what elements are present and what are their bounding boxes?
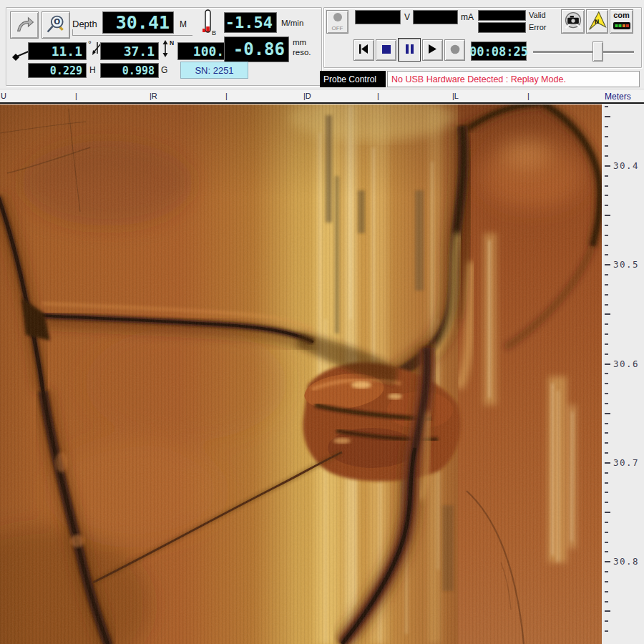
skip-to-start-button[interactable] [353, 39, 374, 61]
stop-icon [382, 45, 391, 56]
scale-tick [605, 403, 608, 404]
scale-tick [605, 165, 610, 167]
tilt-display: 11.1 [28, 42, 87, 60]
depth-display: 30.41 [102, 11, 174, 34]
orientation-label: | [377, 92, 379, 100]
play-icon [429, 44, 437, 56]
scale-tick [605, 452, 608, 454]
skip-start-icon [358, 44, 369, 56]
power-off-button[interactable]: OFF [326, 10, 348, 34]
scale-label: 30.4 [613, 160, 639, 171]
scale-tick [605, 492, 608, 493]
scale-tick [605, 195, 608, 196]
scale-tick [605, 185, 608, 187]
scale-tick [605, 571, 608, 572]
depth-scale: 30.430.530.630.730.8 [602, 104, 644, 644]
orientation-bar: Meters U||R||D||L| [0, 89, 644, 104]
north-align-button[interactable]: N [586, 9, 608, 34]
inspect-button[interactable]: O [42, 11, 70, 39]
scale-tick [605, 343, 608, 345]
scale-label: 30.8 [613, 556, 639, 567]
error-label: Error [529, 23, 546, 31]
scale-tick [605, 145, 608, 147]
scale-tick [605, 353, 608, 355]
scale-tick [605, 116, 610, 117]
scale-tick [605, 393, 608, 394]
north-needle-icon: N [587, 11, 608, 33]
scale-tick [605, 630, 608, 632]
scale-tick [605, 136, 608, 137]
scale-tick [605, 581, 608, 582]
depth-unit-label: M [180, 19, 187, 29]
svg-text:N: N [594, 19, 599, 25]
scale-tick [605, 373, 608, 374]
scale-tick [605, 462, 610, 464]
azimuth-north-label: N [170, 39, 174, 47]
scale-label: 30.5 [613, 259, 639, 270]
scale-tick [605, 472, 608, 474]
orientation-label: |R [150, 92, 157, 100]
thermometer-label: B [212, 29, 216, 36]
probe-control-label: Probe Control [320, 71, 386, 87]
orientation-label: | [75, 92, 77, 100]
scale-tick [605, 284, 608, 286]
scale-tick [605, 254, 608, 255]
h-field-display: 0.229 [28, 63, 87, 78]
scale-tick [605, 313, 610, 315]
error-count-display [478, 22, 526, 33]
scale-tick [605, 610, 610, 612]
scale-tick [605, 512, 610, 513]
scale-tick [605, 245, 608, 246]
current-unit-label: mA [461, 12, 474, 22]
replay-slider-thumb[interactable] [592, 42, 603, 62]
pause-button[interactable] [398, 38, 421, 62]
scale-tick [605, 601, 608, 602]
orientation-label: U [1, 92, 6, 100]
acquisition-panel: OFF V mA Valid Error [323, 7, 642, 68]
com-leds-icon [613, 21, 630, 31]
camera-icon [563, 11, 583, 33]
scale-label: 30.7 [613, 457, 639, 468]
scale-tick [605, 294, 608, 296]
scale-label: 30.6 [613, 358, 639, 369]
scale-tick [605, 126, 608, 127]
replay-slider-track[interactable] [533, 51, 634, 54]
scale-tick [605, 561, 610, 562]
camera-button[interactable] [561, 9, 585, 34]
stop-button[interactable] [376, 39, 396, 61]
orientation-label: |L [452, 92, 459, 100]
com-port-button[interactable]: com [610, 9, 633, 34]
current-display [413, 10, 458, 24]
speed-display: -1.54 [224, 12, 277, 33]
play-button[interactable] [422, 39, 443, 61]
com-label: com [613, 11, 630, 19]
record-button[interactable] [444, 39, 465, 61]
orientation-label: | [225, 92, 228, 100]
borehole-image [0, 104, 602, 644]
scale-tick [605, 364, 610, 365]
scale-tick [605, 155, 608, 157]
scale-tick [605, 413, 610, 414]
borehole-image-viewport[interactable] [0, 104, 602, 644]
tilt-degree-label: ° [88, 39, 92, 49]
resolution-display: -0.86 [224, 36, 289, 62]
resolution-unit-mm: mm [293, 38, 306, 47]
scale-tick [605, 542, 608, 543]
elapsed-time-display: 00:08:25 [471, 42, 527, 61]
power-off-label: OFF [332, 25, 343, 31]
export-icon [14, 15, 34, 36]
svg-text:O: O [54, 17, 60, 26]
scale-tick [605, 442, 608, 444]
scale-tick [605, 620, 608, 622]
scale-tick [605, 235, 608, 236]
scale-tick [605, 532, 608, 533]
scale-tick [605, 304, 608, 306]
export-button[interactable] [10, 11, 39, 39]
scale-tick [605, 274, 608, 275]
orientation-label: |D [303, 92, 311, 100]
scale-tick [605, 423, 608, 424]
status-message: No USB Hardware Detected : Replay Mode. [387, 71, 640, 87]
scale-tick [605, 106, 608, 107]
scale-tick [605, 432, 608, 434]
scale-tick [605, 383, 608, 384]
